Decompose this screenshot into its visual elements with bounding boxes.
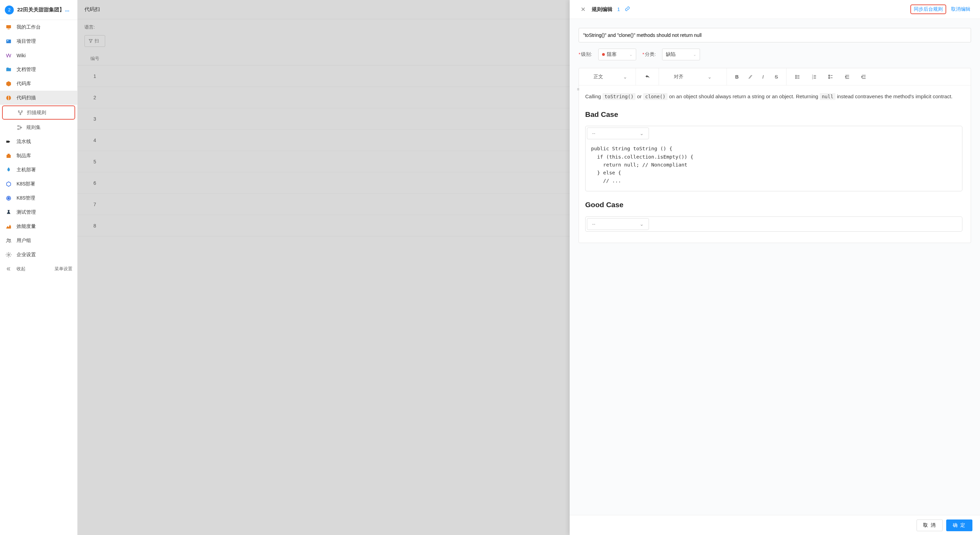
outdent-icon — [845, 74, 850, 79]
chevron-down-icon: ⌄ — [708, 74, 712, 79]
desktop-icon — [5, 24, 13, 31]
paragraph-style-select[interactable]: 正文 ⌄ — [588, 68, 633, 85]
sidebar-item-pipeline[interactable]: 流水线 — [0, 135, 77, 149]
highlight-button[interactable]: ⁄⁄ — [744, 68, 757, 85]
cancel-button[interactable]: 取 消 — [916, 519, 943, 531]
ordered-list-button[interactable]: 123 — [806, 68, 822, 85]
code-block-bad[interactable]: -- ⌄ public String toString () { if (thi… — [585, 126, 963, 191]
svg-point-9 — [18, 125, 19, 127]
sidebar-item-test[interactable]: 测试管理 — [0, 205, 77, 219]
sidebar-item-label: 文档管理 — [17, 67, 36, 73]
sidebar-item-k8s-deploy[interactable]: K8S部署 — [0, 177, 77, 191]
strikethrough-button[interactable]: S — [769, 68, 783, 85]
sidebar-item-scan[interactable]: 代码扫描 — [0, 90, 77, 105]
level-select[interactable]: 阻塞 ⌄ — [598, 49, 636, 60]
sidebar-item-artifact[interactable]: 制品库 — [0, 149, 77, 163]
undo-icon — [644, 74, 650, 80]
sidebar-item-project[interactable]: 项目管理 — [0, 34, 77, 48]
svg-rect-3 — [7, 40, 9, 41]
checklist-icon — [828, 74, 834, 79]
outdent-button[interactable] — [839, 68, 856, 85]
sidebar-item-label: 规则集 — [26, 124, 41, 131]
sidebar-item-settings[interactable]: 企业设置 — [0, 248, 77, 262]
sidebar: 2 22田关关甜甜集团】... 我的工作台 项目管理 Wiki 文档管理 代码库 — [0, 0, 78, 535]
indent-icon — [861, 74, 867, 79]
sidebar-item-wiki[interactable]: Wiki — [0, 48, 77, 62]
project-name: 22田关关甜甜集团】... — [17, 6, 72, 13]
drawer-count-badge: 1 — [617, 6, 620, 12]
sidebar-item-docs[interactable]: 文档管理 — [0, 62, 77, 76]
bold-button[interactable]: B — [730, 68, 744, 85]
italic-button[interactable]: I — [757, 68, 769, 85]
sidebar-item-host-deploy[interactable]: 主机部署 — [0, 163, 77, 177]
sidebar-item-label: 效能度量 — [17, 223, 36, 230]
indent-button[interactable] — [856, 68, 872, 85]
metrics-icon — [5, 223, 13, 230]
project-badge: 2 — [5, 6, 14, 14]
sidebar-item-repo[interactable]: 代码库 — [0, 76, 77, 90]
undo-button[interactable] — [639, 68, 656, 85]
bullet-list-button[interactable] — [789, 68, 806, 85]
category-select[interactable]: 缺陷 ⌄ — [662, 49, 700, 60]
wiki-icon — [5, 52, 13, 59]
sync-rules-button[interactable]: 同步后台规则 — [910, 5, 946, 14]
svg-point-11 — [21, 127, 22, 128]
chevron-down-icon: ⌄ — [640, 131, 644, 136]
artifact-icon — [5, 152, 13, 160]
sidebar-item-workspace[interactable]: 我的工作台 — [0, 20, 77, 34]
checklist-button[interactable] — [822, 68, 839, 85]
alignment-select[interactable]: 对齐 ⌄ — [662, 68, 724, 85]
project-header[interactable]: 2 22田关关甜甜集团】... — [0, 0, 77, 20]
link-icon[interactable] — [625, 6, 630, 13]
svg-rect-33 — [829, 77, 830, 78]
svg-point-16 — [7, 238, 9, 240]
svg-rect-0 — [6, 25, 11, 28]
chevron-down-icon: ⌄ — [640, 221, 644, 227]
editor-toolbar: 正文 ⌄ 对齐 ⌄ — [579, 68, 971, 86]
code-language-select[interactable]: -- ⌄ — [587, 218, 649, 230]
svg-marker-42 — [862, 76, 863, 78]
svg-rect-13 — [8, 154, 10, 155]
cancel-edit-link[interactable]: 取消编辑 — [951, 6, 970, 13]
code-language-select[interactable]: -- ⌄ — [587, 127, 649, 139]
sidebar-item-label: 我的工作台 — [17, 24, 41, 30]
sidebar-item-ruleset[interactable]: 规则集 — [0, 120, 77, 135]
sidebar-item-label: 制品库 — [17, 153, 31, 159]
sidebar-item-label: 主机部署 — [17, 167, 36, 173]
strikethrough-icon: S — [775, 74, 778, 79]
code-block-good[interactable]: -- ⌄ — [585, 216, 963, 232]
svg-point-20 — [795, 76, 796, 77]
svg-point-8 — [20, 114, 21, 115]
svg-point-10 — [18, 129, 19, 130]
svg-marker-14 — [6, 182, 11, 186]
category-label: *分类: — [643, 51, 656, 57]
svg-point-6 — [18, 111, 19, 112]
sidebar-item-scan-rules[interactable]: 扫描规则 — [2, 105, 75, 120]
svg-rect-12 — [6, 155, 11, 158]
confirm-button[interactable]: 确 定 — [946, 519, 972, 531]
bad-case-heading: Bad Case — [585, 109, 963, 121]
folder-icon — [5, 66, 13, 73]
code-content[interactable]: public String toString () { if (this.col… — [585, 141, 962, 191]
sidebar-item-users[interactable]: 用户组 — [0, 233, 77, 248]
ruleset-icon — [16, 124, 24, 131]
menu-settings-link[interactable]: 菜单设置 — [54, 266, 72, 272]
drag-handle-icon[interactable]: ≡ — [577, 87, 579, 92]
project-icon — [5, 38, 13, 45]
sidebar-item-k8s-manage[interactable]: K8S管理 — [0, 191, 77, 205]
sidebar-item-label: 扫描规则 — [27, 110, 46, 116]
collapse-button[interactable]: 收起 — [5, 265, 25, 273]
helm-icon — [5, 194, 13, 202]
sidebar-item-label: 企业设置 — [17, 252, 36, 258]
good-case-heading: Good Case — [585, 199, 963, 211]
svg-rect-2 — [6, 39, 11, 43]
sidebar-item-label: 测试管理 — [17, 209, 36, 216]
sidebar-item-label: K8S管理 — [17, 195, 35, 201]
svg-text:3: 3 — [812, 78, 813, 79]
editor-content[interactable]: ≡ Calling toString() or clone() on an ob… — [579, 86, 971, 243]
bold-icon: B — [735, 74, 739, 79]
sidebar-item-label: 流水线 — [17, 138, 31, 145]
rule-name-input[interactable] — [579, 28, 971, 43]
close-button[interactable]: ✕ — [579, 5, 587, 14]
sidebar-item-metrics[interactable]: 效能度量 — [0, 219, 77, 233]
